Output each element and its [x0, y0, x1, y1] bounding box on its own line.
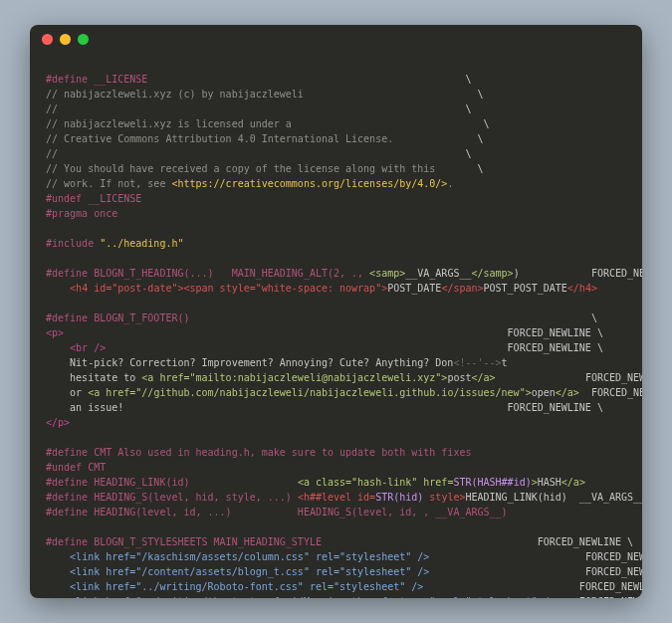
- code-line: #define HEADING(level, id, ...) HEADING_…: [46, 507, 508, 518]
- code-line: #define __LICENSE \: [46, 74, 471, 85]
- code-line: or <a href="//github.com/nabijaczleweli/…: [46, 387, 642, 398]
- code-line: // \: [46, 104, 471, 114]
- close-icon[interactable]: [42, 34, 53, 45]
- code-line: #define BLOGN_T_FOOTER() \: [46, 312, 597, 323]
- code-line: #define BLOGN_T_STYLESHEETS MAIN_HEADING…: [46, 536, 633, 547]
- code-line: // work. If not, see <https://creativeco…: [46, 178, 453, 189]
- code-line: #define HEADING_S(level, hid, style, ...…: [46, 492, 642, 503]
- terminal-window: #define __LICENSE \ // nabijaczleweli.xy…: [30, 25, 642, 598]
- code-line: #define HEADING_LINK(id) <a class="hash-…: [46, 477, 585, 488]
- code-line: #define CMT Also used in heading.h, make…: [46, 447, 471, 458]
- code-line: <h4 id="post-date"><span style="white-sp…: [46, 283, 597, 294]
- code-line: // \: [46, 148, 471, 159]
- code-line: <p> FORCED_NEWLINE \: [46, 327, 603, 338]
- code-line: #undef CMT: [46, 462, 106, 473]
- window-titlebar: [30, 25, 642, 53]
- code-line: <link href="/content/assets/blogn_t.css"…: [46, 566, 642, 577]
- code-line: // nabijaczleweli.xyz (c) by nabijaczlew…: [46, 89, 484, 100]
- code-line: #include "../heading.h": [46, 238, 183, 249]
- code-line: </p>: [46, 417, 70, 428]
- code-line: #undef __LICENSE: [46, 193, 141, 204]
- code-line: // Creative Commons Attribution 4.0 Inte…: [46, 133, 484, 144]
- code-line: <link href="../writing/the_taste_of_mi/M…: [46, 596, 642, 598]
- code-area: #define __LICENSE \ // nabijaczleweli.xy…: [30, 53, 642, 598]
- code-line: an issue! FORCED_NEWLINE \: [46, 402, 603, 413]
- code-line: <link href="/kaschism/assets/column.css"…: [46, 551, 642, 562]
- code-line: <link href="../writing/Roboto-font.css" …: [46, 581, 642, 592]
- code-line: #define BLOGN_T_HEADING(...) MAIN_HEADIN…: [46, 268, 642, 279]
- minimize-icon[interactable]: [60, 34, 71, 45]
- zoom-icon[interactable]: [78, 34, 89, 45]
- code-line: Nit-pick? Correction? Improvement? Annoy…: [46, 357, 508, 368]
- code-line: // You should have received a copy of th…: [46, 163, 484, 174]
- code-line: #pragma once: [46, 208, 117, 219]
- code-line: // nabijaczleweli.xyz is licensed under …: [46, 118, 490, 129]
- code-line: hesitate to <a href="mailto:nabijaczlewe…: [46, 372, 642, 383]
- code-line: <br /> FORCED_NEWLINE \: [46, 342, 603, 353]
